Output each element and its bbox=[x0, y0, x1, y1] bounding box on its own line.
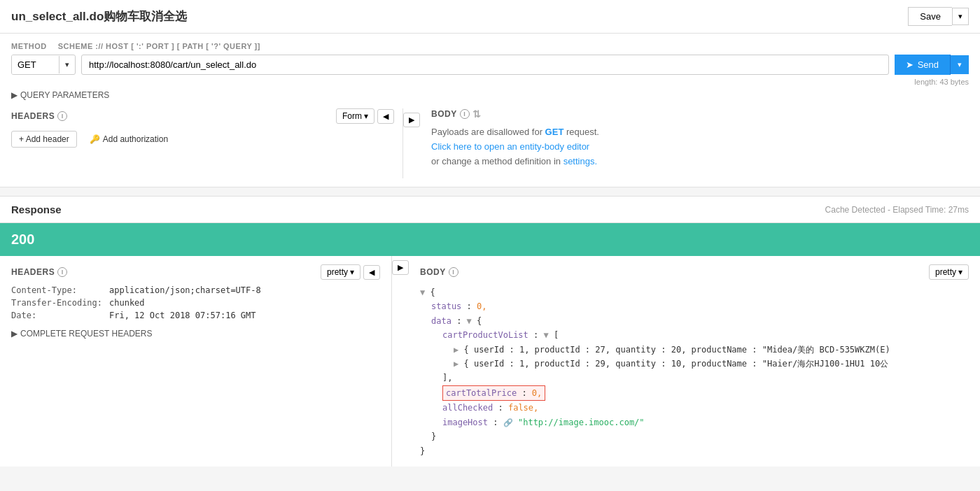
panels-right-arrow-button[interactable]: ▶ bbox=[403, 113, 420, 127]
query-params-toggle[interactable]: ▶ QUERY PARAMETERS bbox=[11, 90, 969, 100]
pretty-label: pretty bbox=[327, 267, 348, 277]
top-bar: un_select_all.do购物车取消全选 Save ▾ bbox=[0, 0, 980, 34]
body-panel: BODY i ⇅ Payloads are disallowed for GET… bbox=[420, 108, 969, 178]
add-auth-button[interactable]: 🔑 Add authorization bbox=[83, 131, 175, 148]
body-msg-2: request. bbox=[566, 127, 599, 137]
send-btn-group: ➤ Send ▾ bbox=[895, 55, 969, 75]
form-button[interactable]: Form ▾ bbox=[336, 108, 374, 124]
json-val-cartTotalPrice: 0, bbox=[532, 388, 542, 398]
header-actions: + Add header 🔑 Add authorization bbox=[11, 131, 394, 148]
resp-body-pretty-button[interactable]: pretty ▾ bbox=[929, 264, 969, 280]
json-expand-item2[interactable]: ▶ bbox=[454, 359, 458, 369]
headers-controls: Form ▾ ◀ bbox=[336, 108, 394, 124]
resp-headers-pretty-button[interactable]: pretty ▾ bbox=[321, 264, 360, 280]
page-title: un_select_all.do购物车取消全选 bbox=[11, 8, 187, 24]
json-key-data: data bbox=[431, 316, 451, 326]
json-line-data: data : ▼ { bbox=[420, 314, 969, 328]
save-button[interactable]: Save bbox=[908, 7, 952, 26]
resp-body-controls: pretty ▾ bbox=[929, 264, 969, 280]
json-root-open: { bbox=[430, 287, 435, 297]
json-root-close: } bbox=[420, 446, 425, 456]
save-caret-button[interactable]: ▾ bbox=[952, 8, 969, 25]
resp-body-pretty-label: pretty bbox=[935, 267, 956, 277]
json-collapse-cart[interactable]: ▼ bbox=[544, 330, 549, 340]
json-key-allChecked: allChecked bbox=[442, 403, 493, 413]
send-caret-button[interactable]: ▾ bbox=[951, 55, 969, 74]
response-headers-table: Content-Type: application/json;charset=U… bbox=[11, 285, 380, 320]
resp-headers-title: HEADERS i bbox=[11, 267, 67, 277]
json-key-cartTotalPrice: cartTotalPrice bbox=[446, 388, 517, 398]
method-label: METHOD bbox=[11, 42, 47, 50]
send-label: Send bbox=[918, 59, 939, 70]
method-url-row: GET POST PUT DELETE ▾ ➤ Send ▾ bbox=[11, 55, 969, 75]
header-key-date: Date: bbox=[11, 311, 109, 320]
response-headers-panel: HEADERS i pretty ▾ ◀ Content-Type: appli… bbox=[0, 256, 392, 467]
body-msg-get: GET bbox=[545, 127, 564, 137]
send-button[interactable]: ➤ Send bbox=[895, 55, 951, 75]
json-key-cartProductVoList: cartProductVoList bbox=[442, 330, 528, 340]
response-content: HEADERS i pretty ▾ ◀ Content-Type: appli… bbox=[0, 256, 980, 467]
json-data-close: } bbox=[431, 432, 436, 441]
header-val-content-type: application/json;charset=UTF-8 bbox=[109, 285, 261, 295]
json-expand-item1[interactable]: ▶ bbox=[454, 345, 458, 355]
headers-panel: HEADERS i Form ▾ ◀ + Add header 🔑 Add au… bbox=[11, 108, 403, 178]
json-cart-close: ], bbox=[442, 373, 452, 383]
request-section: METHOD SCHEME :// HOST [ ':' PORT ] [ PA… bbox=[0, 34, 980, 187]
resp-headers-left-arrow-button[interactable]: ◀ bbox=[363, 265, 380, 280]
scheme-label: SCHEME :// HOST [ ':' PORT ] [ PATH [ '?… bbox=[58, 42, 969, 50]
method-select[interactable]: GET POST PUT DELETE bbox=[12, 55, 59, 74]
status-code: 200 bbox=[11, 232, 34, 247]
json-line-item1: ▶ { userId : 1, productId : 27, quantity… bbox=[420, 343, 969, 357]
status-bar: 200 bbox=[0, 223, 980, 256]
body-info-message: Payloads are disallowed for GET request.… bbox=[431, 125, 969, 169]
body-msg-3[interactable]: Click here to open an entity-body editor bbox=[431, 141, 589, 152]
headers-panel-title: HEADERS i bbox=[11, 111, 67, 121]
resp-body-info-icon[interactable]: i bbox=[449, 267, 458, 277]
json-val-imageHost[interactable]: "http://image.imooc.com/" bbox=[518, 418, 645, 427]
headers-panel-header: HEADERS i Form ▾ ◀ bbox=[11, 108, 394, 124]
response-header-bar: Response Cache Detected - Elapsed Time: … bbox=[0, 197, 980, 223]
headers-label: HEADERS bbox=[11, 111, 55, 121]
json-key-imageHost: imageHost bbox=[442, 418, 488, 427]
resp-headers-controls: pretty ▾ ◀ bbox=[321, 264, 380, 280]
json-line-1: ▼ { bbox=[420, 285, 969, 299]
complete-request-headers-toggle[interactable]: ▶ COMPLETE REQUEST HEADERS bbox=[11, 329, 380, 339]
response-section: Response Cache Detected - Elapsed Time: … bbox=[0, 196, 980, 467]
response-body-panel: BODY i pretty ▾ ▼ { status : bbox=[409, 256, 980, 467]
body-msg-1: Payloads are disallowed for bbox=[431, 127, 542, 137]
length-info: length: 43 bytes bbox=[11, 78, 969, 86]
url-input[interactable] bbox=[81, 55, 889, 75]
json-cart-open: [ bbox=[554, 330, 559, 340]
body-panel-header: BODY i ⇅ bbox=[431, 108, 969, 120]
json-item2-content: { userId : 1, productId : 29, quantity :… bbox=[463, 359, 888, 369]
header-row-transfer-encoding: Transfer-Encoding: chunked bbox=[11, 298, 380, 308]
json-colon-allChecked: : bbox=[498, 403, 507, 413]
json-line-imageHost: imageHost : 🔗 "http://image.imooc.com/" bbox=[420, 415, 969, 430]
json-body: ▼ { status : 0, data : ▼ { cartProductVo… bbox=[420, 285, 969, 458]
headers-info-icon[interactable]: i bbox=[57, 111, 67, 121]
header-key-transfer-encoding: Transfer-Encoding: bbox=[11, 298, 109, 308]
query-params-arrow-icon: ▶ bbox=[11, 90, 18, 100]
headers-left-arrow-button[interactable]: ◀ bbox=[377, 109, 394, 124]
json-collapse-root[interactable]: ▼ bbox=[420, 287, 425, 297]
body-info-icon[interactable]: i bbox=[460, 109, 470, 119]
json-val-status: 0, bbox=[477, 301, 486, 311]
resp-panels-right-arrow-button[interactable]: ▶ bbox=[392, 260, 409, 275]
json-line-cartProductVoList: cartProductVoList : ▼ [ bbox=[420, 328, 969, 342]
resp-body-title: BODY i bbox=[420, 267, 458, 277]
header-row-date: Date: Fri, 12 Oct 2018 07:57:16 GMT bbox=[11, 311, 380, 320]
json-line-cart-close: ], bbox=[420, 371, 969, 385]
method-caret-icon[interactable]: ▾ bbox=[59, 56, 75, 73]
json-collapse-data[interactable]: ▼ bbox=[467, 316, 472, 326]
resp-headers-label: HEADERS bbox=[11, 267, 55, 277]
add-header-button[interactable]: + Add header bbox=[11, 131, 77, 148]
field-labels: METHOD SCHEME :// HOST [ ':' PORT ] [ PA… bbox=[11, 42, 969, 50]
json-line-status: status : 0, bbox=[420, 299, 969, 313]
body-sort-icon[interactable]: ⇅ bbox=[472, 108, 482, 120]
method-selector[interactable]: GET POST PUT DELETE ▾ bbox=[11, 55, 76, 75]
resp-headers-info-icon[interactable]: i bbox=[57, 267, 67, 277]
settings-link[interactable]: settings. bbox=[564, 156, 597, 166]
query-params-label: QUERY PARAMETERS bbox=[20, 90, 109, 100]
json-data-open: { bbox=[477, 316, 482, 326]
json-line-root-close: } bbox=[420, 444, 969, 458]
